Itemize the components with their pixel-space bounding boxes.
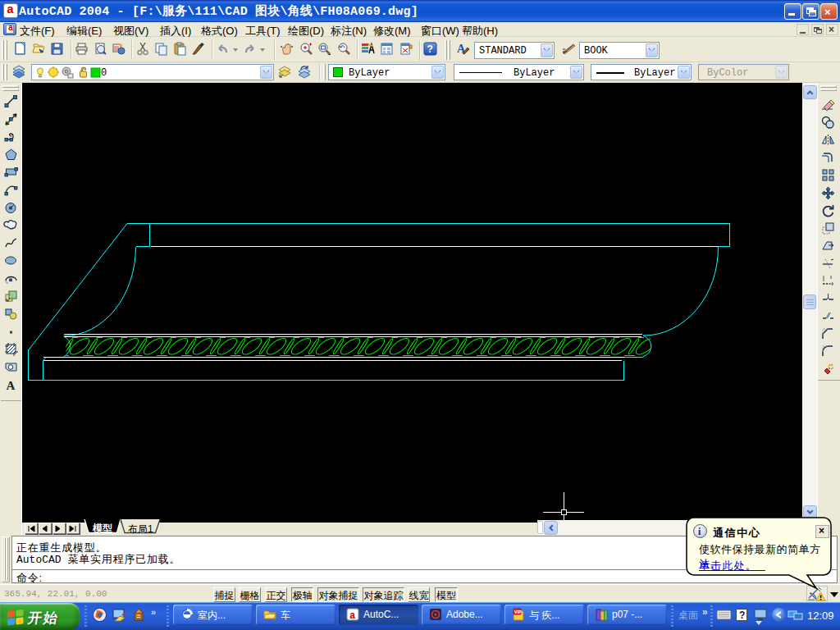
svg-text:A: A xyxy=(7,379,16,392)
svg-text:VIP: VIP xyxy=(514,609,522,614)
svg-text:?: ? xyxy=(427,43,432,55)
svg-text:a: a xyxy=(349,610,355,622)
